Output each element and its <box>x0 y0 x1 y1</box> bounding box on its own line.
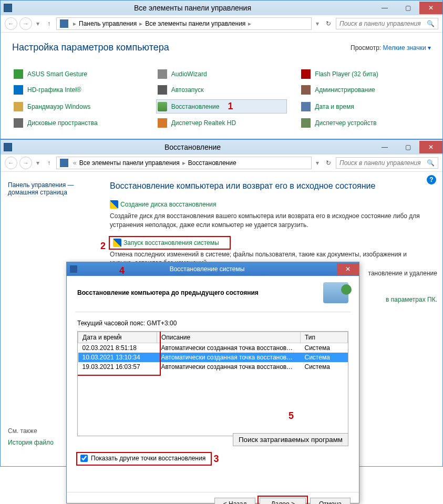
cp-item-label: Автозапуск <box>171 86 204 94</box>
up-button[interactable]: ↑ <box>44 158 54 168</box>
search-box[interactable]: 🔍 <box>336 157 438 169</box>
back-button[interactable]: ← <box>5 17 17 30</box>
asus-icon <box>14 69 23 79</box>
cp-item-дата-и-время[interactable]: Дата и время <box>300 99 431 114</box>
sidebar-home[interactable]: Панель управления — домашняя страница <box>8 181 98 196</box>
cp-item-дисковые-пространства[interactable]: Дисковые пространства <box>12 117 143 129</box>
app-icon <box>4 143 12 151</box>
navigation-bar: ← → ▾ ↑ « Все элементы панели управления… <box>1 155 442 172</box>
history-dropdown[interactable]: ▾ <box>34 20 42 27</box>
cp-item-hd-графика-intel-[interactable]: HD-графика Intel® <box>12 84 143 96</box>
cell-date: 10.03.2021 13:10:34 <box>78 353 157 362</box>
cell-desc: Автоматически созданная точка восстановл… <box>157 343 301 353</box>
annotation-3: 3 <box>213 454 219 464</box>
restore-point-row[interactable]: 10.03.2021 13:10:34Автоматически созданн… <box>78 353 348 362</box>
cp-item-label: Администрирование <box>315 86 375 94</box>
start-system-restore-link[interactable]: Запуск восстановления системы <box>110 237 222 249</box>
restore-point-row[interactable]: 02.03.2021 8:51:18Автоматически созданна… <box>78 343 348 353</box>
history-dropdown[interactable]: ▾ <box>34 159 42 167</box>
search-input[interactable] <box>339 159 427 167</box>
annotation-1: 1 <box>228 101 233 112</box>
close-button[interactable]: ✕ <box>419 2 442 14</box>
dialog-close-button[interactable]: ✕ <box>337 263 359 275</box>
scan-programs-button[interactable]: Поиск затрагиваемых программ <box>233 433 348 446</box>
control-panel-window: Все элементы панели управления — ▢ ✕ ← →… <box>0 0 443 139</box>
breadcrumb-dropdown[interactable]: ▾ <box>314 20 321 27</box>
create-recovery-desc: Создайте диск для восстановления вашего … <box>110 212 430 230</box>
intel-icon <box>14 85 23 95</box>
timezone-label: Текущий часовой пояс: GMT+3:00 <box>77 320 348 327</box>
cp-item-label: AudioWizard <box>171 70 207 78</box>
cp-item-asus-smart-gesture[interactable]: ASUS Smart Gesture <box>12 68 143 80</box>
navigation-bar: ← → ▾ ↑ ▸ Панель управления ▸ Все элемен… <box>1 15 442 33</box>
breadcrumb-current[interactable]: Восстановление <box>188 159 236 167</box>
forward-button[interactable]: → <box>19 157 32 169</box>
forward-button[interactable]: → <box>19 17 32 30</box>
back-button[interactable]: ← <box>5 157 17 169</box>
view-dropdown[interactable]: Мелкие значки ▾ <box>383 44 431 52</box>
cell-type: Система <box>301 353 348 362</box>
close-button[interactable]: ✕ <box>419 141 442 153</box>
cp-item-диспетчер-устройств[interactable]: Диспетчер устройств <box>300 117 431 129</box>
search-input[interactable] <box>339 20 427 27</box>
up-button[interactable]: ↑ <box>44 18 54 29</box>
admin-icon <box>301 85 311 95</box>
create-recovery-disk-link[interactable]: Создание диска восстановления <box>110 200 217 209</box>
cp-item-label: ASUS Smart Gesture <box>27 70 87 78</box>
col-type[interactable]: Тип <box>301 332 348 343</box>
recovery-icon <box>158 102 167 111</box>
breadcrumb[interactable]: ▸ Панель управления ▸ Все элементы панел… <box>56 17 312 30</box>
cp-item-flash-player-32-бита-[interactable]: Flash Player (32 бита) <box>300 68 431 80</box>
audio-icon <box>158 69 167 79</box>
cp-item-label: Диспетчер устройств <box>315 119 376 127</box>
restore-point-row[interactable]: 19.03.2021 16:03:57Автоматически созданн… <box>78 362 348 372</box>
cell-desc: Автоматически созданная точка восстановл… <box>157 362 301 372</box>
control-panel-icon <box>60 159 68 167</box>
minimize-button[interactable]: — <box>373 141 396 153</box>
cp-item-восстановление[interactable]: Восстановление1 <box>156 99 287 114</box>
refresh-button[interactable]: ↻ <box>323 18 334 29</box>
dialog-titlebar: Восстановление системы ✕ <box>67 262 359 276</box>
cp-item-администрирование[interactable]: Администрирование <box>300 84 431 96</box>
breadcrumb-current[interactable]: Все элементы панели управления <box>145 20 245 27</box>
breadcrumb-root[interactable]: Панель управления <box>79 20 137 27</box>
minimize-button[interactable]: — <box>373 2 396 14</box>
search-icon: 🔍 <box>427 20 435 27</box>
search-box[interactable]: 🔍 <box>336 18 438 29</box>
show-more-points-label[interactable]: Показать другие точки восстановления <box>91 455 205 462</box>
shield-icon <box>110 200 118 209</box>
cp-item-label: HD-графика Intel® <box>27 86 81 94</box>
partial-text-2: в параметрах ПК. <box>386 296 437 303</box>
dialog-title: Восстановление системы <box>77 265 337 273</box>
cp-item-брандмауэр-windows[interactable]: Брандмауэр Windows <box>12 99 143 114</box>
cp-item-label: Дата и время <box>315 103 354 110</box>
app-icon <box>4 4 12 12</box>
annotation-5: 5 <box>289 410 294 421</box>
cp-item-label: Восстановление <box>171 103 220 110</box>
maximize-button[interactable]: ▢ <box>396 2 419 14</box>
refresh-button[interactable]: ↻ <box>323 158 334 168</box>
cp-item-audiowizard[interactable]: AudioWizard <box>156 68 287 80</box>
cp-item-label: Flash Player (32 бита) <box>315 70 378 78</box>
view-selector: Просмотр: Мелкие значки ▾ <box>351 44 431 52</box>
breadcrumb-root[interactable]: Все элементы панели управления <box>79 159 180 167</box>
restore-points-table[interactable]: Дата и время▴ Описание Тип 02.03.2021 8:… <box>77 331 348 436</box>
breadcrumb[interactable]: « Все элементы панели управления ▸ Восст… <box>56 157 312 169</box>
autorun-icon <box>158 85 167 95</box>
annotation-2: 2 <box>100 241 106 252</box>
partial-text-1: тановление и удаление <box>368 270 437 277</box>
maximize-button[interactable]: ▢ <box>396 141 419 153</box>
cp-item-автозапуск[interactable]: Автозапуск <box>156 84 287 96</box>
date-icon <box>301 102 311 111</box>
col-desc[interactable]: Описание <box>157 332 301 343</box>
breadcrumb-dropdown[interactable]: ▾ <box>314 159 321 167</box>
cp-item-label: Дисковые пространства <box>27 119 98 127</box>
disk-icon <box>14 118 23 128</box>
shield-icon <box>113 239 121 247</box>
page-title: Настройка параметров компьютера <box>12 42 169 53</box>
show-more-points-checkbox[interactable] <box>80 455 88 462</box>
col-date[interactable]: Дата и время▴ <box>78 332 157 343</box>
cp-item-диспетчер-realtek-hd[interactable]: Диспетчер Realtek HD <box>156 117 287 129</box>
realtek-icon <box>158 118 167 128</box>
cp-item-label: Диспетчер Realtek HD <box>171 119 236 127</box>
